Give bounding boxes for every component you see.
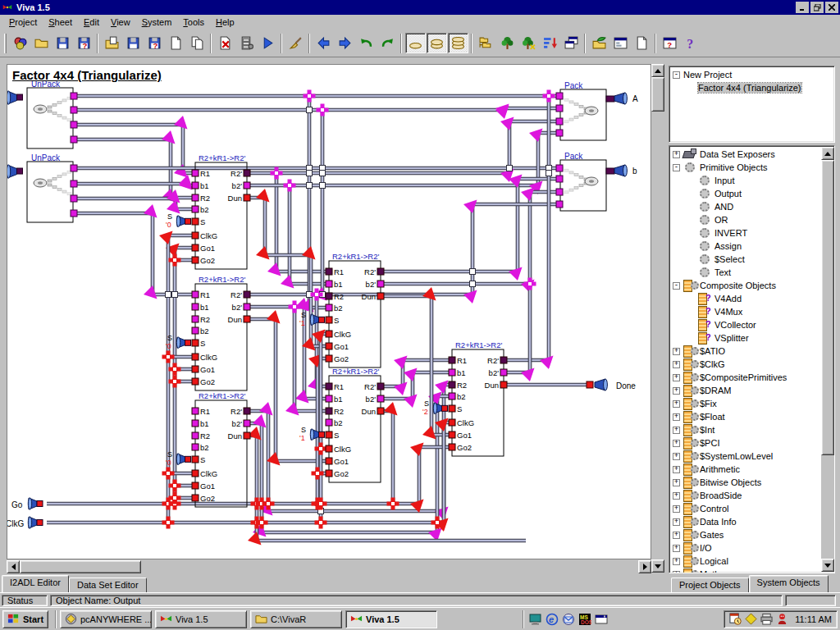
menu-system[interactable]: System [136,16,178,29]
ie-quicklaunch[interactable]: e [544,611,560,628]
wire-data[interactable] [73,199,195,209]
tree-expander[interactable]: + [673,374,680,381]
tree-vscroll-thumb[interactable] [821,160,834,455]
desktop-quicklaunch[interactable] [527,611,544,628]
object-tree-item[interactable]: Assign [671,240,834,253]
object-tree-item[interactable]: INVERT [671,226,834,240]
object-tree-item[interactable]: +Control [671,502,834,515]
object-tree-item[interactable]: Output [671,187,834,200]
tree-expander[interactable]: + [673,545,680,552]
tree-expander[interactable]: + [673,505,680,513]
tree-vscrollbar[interactable] [821,147,834,572]
input-go[interactable]: Go [11,498,43,509]
object-tree-item[interactable]: +Data Info [671,515,834,528]
wire-ctrl[interactable] [247,436,526,541]
outlook-quicklaunch[interactable] [560,611,577,628]
context-help-button[interactable]: ? [660,33,680,53]
tab-data-set-editor[interactable]: Data Set Editor [69,578,147,592]
scroll-left-button[interactable] [7,560,20,573]
wire-data[interactable] [73,125,195,173]
cascade-windows-button[interactable] [561,33,582,53]
schematic-canvas[interactable]: UnPackUnPackPackAPackbR2+kR1->R2'R1b1R2b… [7,65,652,560]
new-sheet-button[interactable] [166,33,186,53]
project-tree-item[interactable]: Factor 4x4 (Triangularize) [671,81,833,94]
wire-data[interactable] [247,121,560,173]
build-button[interactable] [236,33,257,53]
window-quicklaunch[interactable] [593,611,609,628]
save-sheet-button[interactable] [123,33,144,53]
task-button-viva-1-5[interactable]: Viva 1.5 [345,610,437,628]
object-tree-item[interactable]: +$Int [671,423,834,436]
wire-data[interactable] [73,184,195,185]
object-tree-item[interactable]: AND [671,200,834,213]
wire-ctrl[interactable] [384,411,393,504]
object-tree-item[interactable]: OR [671,213,834,226]
new-document-button[interactable] [632,33,652,53]
open-library-button[interactable] [589,33,609,53]
object-tree-item[interactable]: VSplitter [671,331,834,345]
minimize-button[interactable] [796,2,809,13]
func-block-f5[interactable]: R2+kR1->R2'R1b1R2b2SS'1ClkGGo1Go2R2'b2'D… [299,367,384,482]
tab-i2adl-editor[interactable]: I2ADL Editor [2,575,69,592]
save-sheet-as-button[interactable]: ? [144,33,165,53]
object-tree-item[interactable]: -Primitive Objects [671,161,834,174]
canvas-vscrollbar[interactable] [651,64,664,573]
tree-expander[interactable]: + [673,348,680,355]
tree-expander[interactable]: + [673,387,680,395]
copy-sheet-button[interactable] [187,33,208,53]
wire-data[interactable] [505,96,549,360]
object-tree-item[interactable]: $Select [671,253,834,266]
object-tree-item[interactable]: +$PCI [671,436,834,450]
canvas-hscrollbar[interactable] [7,560,651,573]
pack-block-1[interactable]: PackA [556,81,638,140]
object-tree-item[interactable]: +Logical [671,555,834,568]
menu-help[interactable]: Help [210,16,240,29]
object-tree-item[interactable]: Text [671,266,834,279]
tab-project-objects[interactable]: Project Objects [671,578,749,592]
object-tree-item[interactable]: V4Mux [671,305,834,318]
output-done[interactable]: Done [587,379,636,390]
back-button[interactable] [313,33,334,53]
menu-tools[interactable]: Tools [177,16,210,29]
tree-expander[interactable]: + [673,492,680,500]
undo-button[interactable] [356,33,377,53]
tab-system-objects[interactable]: System Objects [749,575,829,592]
start-button[interactable]: Start [2,610,48,628]
tree-expander[interactable]: - [673,164,680,171]
scroll-down-button[interactable] [651,559,664,573]
object-tree-item[interactable]: +Arithmetic [671,463,834,476]
object-tree-item[interactable]: +$ClkG [671,358,834,371]
project-tree-item[interactable]: -New Project [671,68,833,81]
forward-button[interactable] [335,33,355,53]
wire-ctrl[interactable] [168,235,195,523]
pack-block-2[interactable]: Packb [556,152,637,211]
save-project-button[interactable] [52,33,73,53]
clean-sheet-button[interactable] [285,33,306,53]
hscroll-thumb[interactable] [20,560,141,573]
tree-scroll-up[interactable] [821,147,834,160]
tree-expander[interactable]: - [673,282,680,290]
func-block-f6[interactable]: R2+kR1->R2'R1b1R2b2SS'2ClkGGo1Go2R2'b2'D… [422,340,507,456]
wire-data[interactable] [247,133,560,185]
tree-expander[interactable]: + [673,466,680,473]
save-project-as-button[interactable]: ? [74,33,94,53]
func-block-f3[interactable]: R2+kR1->R2'R1b1R2b2SS'0ClkGGo1Go2R2'b2'D… [166,275,250,390]
input-clkg[interactable]: ClkG [7,517,43,528]
help-button[interactable]: ? [681,33,701,53]
wire-data[interactable] [247,204,560,294]
object-tree-item[interactable]: +$SystemLowLevel [671,450,834,463]
object-tree-item[interactable]: +Gates [671,528,834,541]
layer-3-button[interactable] [448,33,468,53]
open-sheet-button[interactable] [102,33,122,53]
tree-expander[interactable]: + [673,453,680,460]
object-tree-item[interactable]: V4Add [671,292,834,305]
toolbar-grip[interactable] [4,34,7,53]
object-tree-item[interactable]: +Math [671,568,834,573]
task-button-pcanywhere-[interactable]: pcANYWHERE ... [60,610,152,628]
object-tree-item[interactable]: +$DRAM [671,384,834,397]
task-button-c-vivar[interactable]: C:\VivaR [250,610,342,628]
menu-project[interactable]: Project [3,16,43,29]
run-button[interactable] [258,33,278,53]
tree-expander[interactable]: + [673,558,680,565]
open-project-button[interactable] [31,33,52,53]
